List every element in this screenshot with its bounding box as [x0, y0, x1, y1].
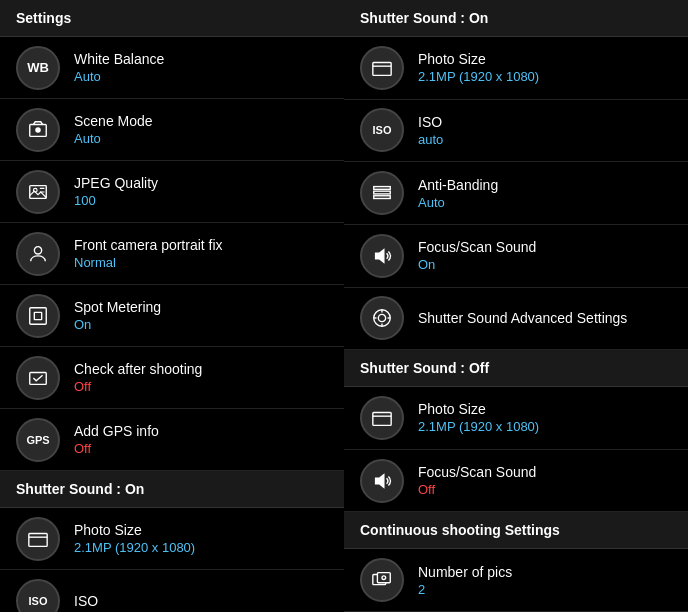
shutter-on-header-left-label: Shutter Sound : On — [16, 481, 144, 497]
focus-sound-off-icon — [360, 459, 404, 503]
iso-on-icon: ISO — [16, 579, 60, 613]
check-after-item[interactable]: Check after shooting Off — [0, 347, 344, 409]
left-column: Settings WB White Balance Auto Scene Mod… — [0, 0, 344, 612]
portrait-fix-icon — [16, 232, 60, 276]
white-balance-label: White Balance — [74, 51, 164, 67]
shutter-on-header-right-label: Shutter Sound : On — [360, 10, 488, 26]
shutter-adv-icon — [360, 296, 404, 340]
portrait-fix-item[interactable]: Front camera portrait fix Normal — [0, 223, 344, 285]
shutter-off-header: Shutter Sound : Off — [344, 350, 688, 387]
spot-metering-item[interactable]: Spot Metering On — [0, 285, 344, 347]
focus-sound-off-label: Focus/Scan Sound — [418, 464, 536, 480]
photo-size-on-item[interactable]: Photo Size 2.1MP (1920 x 1080) — [0, 508, 344, 570]
gps-info-label: Add GPS info — [74, 423, 159, 439]
scene-mode-icon — [16, 108, 60, 152]
photo-size-r1-item[interactable]: Photo Size 2.1MP (1920 x 1080) — [344, 37, 688, 100]
iso-r1-label: ISO — [418, 114, 443, 130]
photo-size-r2-value: 2.1MP (1920 x 1080) — [418, 419, 539, 434]
focus-sound-off-value: Off — [418, 482, 536, 497]
photo-size-r2-icon — [360, 396, 404, 440]
num-pics-icon — [360, 558, 404, 602]
white-balance-value: Auto — [74, 69, 164, 84]
jpeg-quality-value: 100 — [74, 193, 158, 208]
photo-size-r2-label: Photo Size — [418, 401, 539, 417]
svg-rect-20 — [373, 412, 391, 425]
left-header: Settings — [0, 0, 344, 37]
white-balance-item[interactable]: WB White Balance Auto — [0, 37, 344, 99]
focus-sound-off-item[interactable]: Focus/Scan Sound Off — [344, 450, 688, 513]
jpeg-quality-item[interactable]: JPEG Quality 100 — [0, 161, 344, 223]
svg-marker-21 — [376, 474, 384, 487]
iso-r1-item[interactable]: ISO ISO auto — [344, 100, 688, 163]
svg-rect-10 — [374, 187, 391, 190]
right-column: Shutter Sound : On Photo Size 2.1MP (192… — [344, 0, 688, 612]
anti-banding-item[interactable]: Anti-Banding Auto — [344, 162, 688, 225]
spot-metering-value: On — [74, 317, 161, 332]
photo-size-on-label: Photo Size — [74, 522, 195, 538]
num-pics-item[interactable]: Number of pics 2 — [344, 549, 688, 612]
svg-rect-8 — [29, 533, 47, 546]
continuous-header-label: Continuous shooting Settings — [360, 522, 560, 538]
jpeg-quality-icon — [16, 170, 60, 214]
shutter-adv-label: Shutter Sound Advanced Settings — [418, 310, 627, 326]
anti-banding-icon — [360, 171, 404, 215]
svg-point-1 — [35, 127, 41, 133]
svg-rect-6 — [34, 312, 41, 319]
anti-banding-value: Auto — [418, 195, 498, 210]
iso-on-label: ISO — [74, 593, 98, 609]
num-pics-value: 2 — [418, 582, 512, 597]
num-pics-label: Number of pics — [418, 564, 512, 580]
iso-r1-icon: ISO — [360, 108, 404, 152]
svg-rect-9 — [373, 62, 391, 75]
iso-r1-value: auto — [418, 132, 443, 147]
jpeg-quality-label: JPEG Quality — [74, 175, 158, 191]
shutter-off-header-label: Shutter Sound : Off — [360, 360, 489, 376]
svg-rect-23 — [377, 573, 390, 583]
svg-rect-11 — [374, 191, 391, 194]
photo-size-r1-value: 2.1MP (1920 x 1080) — [418, 69, 539, 84]
focus-sound-on-icon — [360, 234, 404, 278]
svg-point-4 — [34, 246, 41, 253]
photo-size-r1-icon — [360, 46, 404, 90]
scene-mode-item[interactable]: Scene Mode Auto — [0, 99, 344, 161]
focus-sound-on-value: On — [418, 257, 536, 272]
shutter-on-header-right: Shutter Sound : On — [344, 0, 688, 37]
portrait-fix-label: Front camera portrait fix — [74, 237, 223, 253]
check-after-icon — [16, 356, 60, 400]
photo-size-on-value: 2.1MP (1920 x 1080) — [74, 540, 195, 555]
photo-size-on-icon — [16, 517, 60, 561]
portrait-fix-value: Normal — [74, 255, 223, 270]
focus-sound-on-item[interactable]: Focus/Scan Sound On — [344, 225, 688, 288]
check-after-value: Off — [74, 379, 202, 394]
svg-rect-5 — [30, 307, 47, 324]
scene-mode-label: Scene Mode — [74, 113, 153, 129]
shutter-adv-item[interactable]: Shutter Sound Advanced Settings — [344, 288, 688, 351]
gps-info-icon: GPS — [16, 418, 60, 462]
focus-sound-on-label: Focus/Scan Sound — [418, 239, 536, 255]
white-balance-icon: WB — [16, 46, 60, 90]
scene-mode-value: Auto — [74, 131, 153, 146]
check-after-label: Check after shooting — [74, 361, 202, 377]
svg-marker-13 — [376, 249, 384, 262]
spot-metering-label: Spot Metering — [74, 299, 161, 315]
iso-on-item[interactable]: ISO ISO — [0, 570, 344, 612]
left-title: Settings — [16, 10, 71, 26]
gps-info-value: Off — [74, 441, 159, 456]
svg-rect-12 — [374, 196, 391, 199]
shutter-on-header-left: Shutter Sound : On — [0, 471, 344, 508]
photo-size-r2-item[interactable]: Photo Size 2.1MP (1920 x 1080) — [344, 387, 688, 450]
continuous-header: Continuous shooting Settings — [344, 512, 688, 549]
spot-metering-icon — [16, 294, 60, 338]
gps-info-item[interactable]: GPS Add GPS info Off — [0, 409, 344, 471]
anti-banding-label: Anti-Banding — [418, 177, 498, 193]
photo-size-r1-label: Photo Size — [418, 51, 539, 67]
svg-point-14 — [378, 315, 385, 322]
